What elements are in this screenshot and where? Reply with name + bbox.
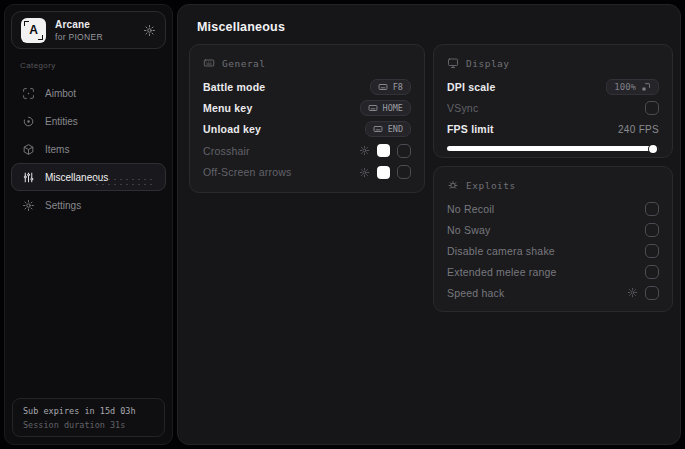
radar-icon (22, 115, 35, 128)
keyboard-icon (203, 57, 215, 69)
setting-label: Battle mode (203, 81, 265, 93)
slider-fill (447, 146, 655, 151)
panel-title: Exploits (466, 180, 516, 191)
setting-label: Off-Screen arrows (203, 166, 291, 178)
gear-icon[interactable] (143, 24, 156, 37)
gear-icon[interactable] (359, 145, 370, 156)
setting-row-unload-key: Unload key END (203, 119, 411, 140)
sliders-icon (22, 171, 35, 184)
app-name: Arcane (55, 19, 103, 30)
setting-label: FPS limit (447, 123, 494, 135)
panel-title: Display (466, 58, 510, 69)
subscription-info: Sub expires in 15d 03h Session duration … (12, 398, 165, 437)
setting-row-no-sway: No Sway (447, 219, 659, 240)
sidebar: A Arcane for PIONER Category Aimbot Enti… (4, 4, 173, 445)
brand-text: Arcane for PIONER (55, 19, 103, 42)
sidebar-item-label: Miscellaneous (45, 172, 108, 183)
setting-controls (359, 165, 411, 179)
setting-row-vsync: VSync (447, 97, 659, 118)
setting-label: Crosshair (203, 145, 250, 157)
disable-camera-shake-checkbox[interactable] (645, 244, 659, 258)
setting-controls (359, 144, 411, 158)
sidebar-item-settings[interactable]: Settings (11, 191, 166, 219)
setting-row-fps-limit: FPS limit 240 FPS (447, 119, 659, 140)
setting-row-disable-camera-shake: Disable camera shake (447, 240, 659, 261)
keybind-button[interactable]: F8 (370, 79, 411, 95)
logo-letter: A (29, 23, 38, 37)
setting-row-offscreen-arrows: Off-Screen arrows (203, 162, 411, 183)
sub-expires-text: Sub expires in 15d 03h (23, 406, 154, 416)
monitor-icon (447, 57, 459, 69)
main-content: Miscellaneous General Battle mode F8 Men… (177, 4, 681, 445)
session-duration-text: Session duration 31s (23, 420, 154, 430)
setting-row-dpi-scale: DPI scale 100% (447, 76, 659, 97)
sidebar-item-label: Entities (45, 116, 78, 127)
keybind-button[interactable]: END (365, 121, 411, 137)
package-icon (22, 143, 35, 156)
sidebar-nav: Aimbot Entities Items Miscellaneous Sett… (5, 79, 172, 219)
gear-icon (22, 199, 35, 212)
keybind-value: END (388, 124, 403, 134)
setting-label: DPI scale (447, 81, 496, 93)
dpi-scale-value: 100% (614, 82, 636, 92)
color-swatch[interactable] (377, 166, 390, 179)
gear-icon[interactable] (627, 287, 638, 298)
sidebar-item-miscellaneous[interactable]: Miscellaneous (11, 163, 166, 191)
setting-label: Extended melee range (447, 266, 557, 278)
setting-row-crosshair: Crosshair (203, 140, 411, 161)
no-recoil-checkbox[interactable] (645, 202, 659, 216)
panel-display-header: Display (447, 55, 659, 71)
keybind-value: HOME (383, 103, 403, 113)
setting-label: Unload key (203, 123, 261, 135)
slider-knob[interactable] (649, 145, 657, 153)
vsync-checkbox[interactable] (645, 101, 659, 115)
panel-exploits: Exploits No Recoil No Sway Disable camer… (433, 166, 673, 312)
fps-limit-slider[interactable] (447, 146, 659, 151)
sidebar-item-aimbot[interactable]: Aimbot (11, 79, 166, 107)
sidebar-item-items[interactable]: Items (11, 135, 166, 163)
keybind-value: F8 (393, 82, 403, 92)
setting-label: No Recoil (447, 203, 494, 215)
setting-label: No Sway (447, 224, 490, 236)
speed-hack-checkbox[interactable] (645, 286, 659, 300)
setting-row-extended-melee-range: Extended melee range (447, 261, 659, 282)
dpi-scale-input[interactable]: 100% (606, 79, 659, 95)
panel-display: Display DPI scale 100% VSync FPS limit 2… (433, 44, 673, 158)
page-title: Miscellaneous (197, 20, 285, 34)
setting-row-menu-key: Menu key HOME (203, 97, 411, 118)
keyboard-icon (368, 103, 378, 113)
scan-icon (22, 87, 35, 100)
crosshair-checkbox[interactable] (397, 144, 411, 158)
setting-label: Speed hack (447, 287, 504, 299)
app-subtitle: for PIONER (55, 32, 103, 42)
setting-row-speed-hack: Speed hack (447, 282, 659, 303)
sidebar-item-label: Items (45, 144, 69, 155)
keybind-button[interactable]: HOME (360, 100, 411, 116)
setting-label: Disable camera shake (447, 245, 555, 257)
setting-row-no-recoil: No Recoil (447, 198, 659, 219)
panel-general: General Battle mode F8 Menu key HOME Unl… (189, 44, 425, 193)
panel-title: General (222, 58, 266, 69)
offscreen-arrows-checkbox[interactable] (397, 165, 411, 179)
setting-row-battle-mode: Battle mode F8 (203, 76, 411, 97)
panel-exploits-header: Exploits (447, 177, 659, 193)
keyboard-icon (378, 82, 388, 92)
color-swatch[interactable] (377, 144, 390, 157)
scale-icon (641, 82, 651, 92)
no-sway-checkbox[interactable] (645, 223, 659, 237)
sidebar-item-entities[interactable]: Entities (11, 107, 166, 135)
sidebar-item-label: Settings (45, 200, 81, 211)
setting-label: VSync (447, 102, 478, 114)
keyboard-icon (373, 124, 383, 134)
gear-icon[interactable] (359, 167, 370, 178)
brand-card: A Arcane for PIONER (11, 11, 166, 49)
app-logo: A (21, 18, 46, 43)
extended-melee-range-checkbox[interactable] (645, 265, 659, 279)
setting-label: Menu key (203, 102, 252, 114)
fps-limit-value: 240 FPS (618, 124, 659, 135)
bug-icon (447, 179, 459, 191)
sidebar-item-label: Aimbot (45, 88, 76, 99)
setting-controls (627, 286, 659, 300)
panel-general-header: General (203, 55, 411, 71)
category-label: Category (20, 61, 172, 70)
